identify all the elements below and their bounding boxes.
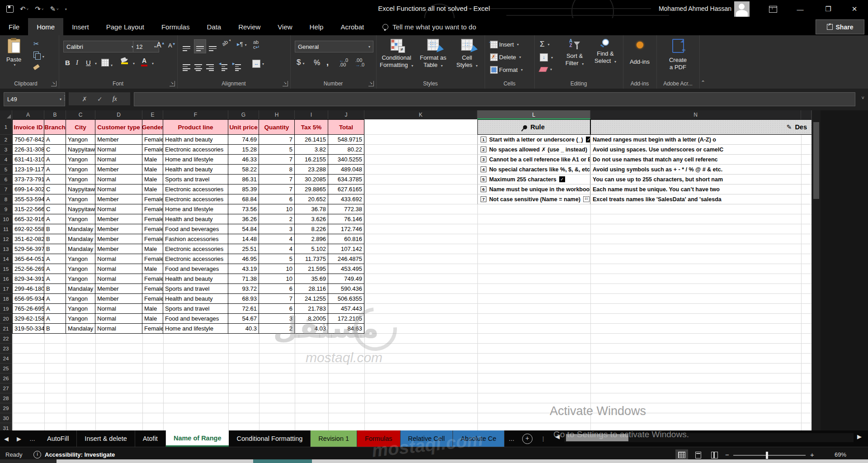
insert-function-button[interactable]: fx: [113, 95, 117, 103]
cell-B7[interactable]: C: [44, 184, 66, 194]
decrease-indent-button[interactable]: ◂: [219, 60, 227, 71]
column-header-B[interactable]: B: [44, 110, 66, 119]
ribbon-tab-review[interactable]: Review: [230, 18, 269, 35]
text-direction-button[interactable]: ▸¶▾: [237, 41, 247, 47]
addins-button[interactable]: Add-ins: [623, 42, 656, 66]
row-header-21[interactable]: 21: [0, 324, 12, 334]
sheet-tab-relative-cell[interactable]: Relative Cell: [401, 430, 453, 447]
cell-G17[interactable]: 93.72: [228, 284, 259, 294]
cell-J3[interactable]: 80.22: [328, 145, 364, 155]
cell-D10[interactable]: Member: [95, 214, 142, 224]
close-button[interactable]: ✕: [844, 0, 864, 18]
cell-G4[interactable]: 46.33: [228, 155, 259, 165]
font-name-select[interactable]: Calibri▾: [63, 41, 137, 52]
description-item-7[interactable]: Excel treats names like 'SalesData' and …: [590, 194, 809, 204]
share-button[interactable]: Share: [816, 19, 864, 34]
cell-A3[interactable]: 226-31-3081: [12, 145, 44, 155]
row-header-16[interactable]: 16: [0, 274, 12, 284]
cell-E6[interactable]: Male: [142, 175, 163, 184]
cell-J17[interactable]: 590.436: [328, 284, 364, 294]
cell-B21[interactable]: B: [44, 324, 66, 334]
ribbon-tab-file[interactable]: File: [0, 18, 28, 35]
cell-C21[interactable]: Mandalay: [66, 324, 95, 334]
cell-A12[interactable]: 351-62-0822: [12, 234, 44, 244]
cell-E7[interactable]: Male: [142, 184, 163, 194]
fill-color-button[interactable]: [121, 58, 128, 64]
cell-D4[interactable]: Normal: [95, 155, 142, 165]
cell-J6[interactable]: 634.3785: [328, 175, 364, 184]
cell-D13[interactable]: Member: [95, 244, 142, 254]
row-header-17[interactable]: 17: [0, 284, 12, 294]
save-button[interactable]: [6, 5, 14, 13]
cell-E11[interactable]: Female: [142, 224, 163, 234]
cell-C15[interactable]: Yangon: [66, 264, 95, 274]
cell-E20[interactable]: Male: [142, 314, 163, 324]
cell-F13[interactable]: Electronic accessories: [163, 244, 228, 254]
copy-button[interactable]: ▾: [33, 52, 44, 59]
avatar[interactable]: [734, 1, 750, 17]
cell-B2[interactable]: A: [44, 135, 66, 145]
ribbon-tab-insert[interactable]: Insert: [63, 18, 98, 35]
table-header-tax-5-[interactable]: Tax 5%: [295, 119, 328, 135]
cell-I3[interactable]: 3.82: [295, 145, 328, 155]
cell-A2[interactable]: 750-67-8428: [12, 135, 44, 145]
percent-style-button[interactable]: %: [314, 59, 320, 67]
cell-E12[interactable]: Female: [142, 234, 163, 244]
cell-H3[interactable]: 5: [259, 145, 295, 155]
rule-item-5[interactable]: 5Maximum 255 characters✓: [477, 175, 590, 184]
sheet-tab-autofill[interactable]: AutoFill: [39, 430, 77, 447]
clear-button[interactable]: ▾: [540, 67, 552, 72]
cell-A8[interactable]: 355-53-5943: [12, 194, 44, 204]
row-header-30[interactable]: 30: [0, 413, 12, 423]
cell-D16[interactable]: Normal: [95, 274, 142, 284]
description-item-1[interactable]: Named ranges must begin with a letter (A…: [590, 135, 809, 145]
cell-J7[interactable]: 627.6165: [328, 184, 364, 194]
cell-A11[interactable]: 692-92-5582: [12, 224, 44, 234]
ribbon-display-options-button[interactable]: [763, 0, 783, 18]
cell-G3[interactable]: 15.28: [228, 145, 259, 155]
cell-A10[interactable]: 665-32-9167: [12, 214, 44, 224]
sheet-tab-conditional-formatting[interactable]: Conditional Formatting: [229, 430, 311, 447]
column-header-A[interactable]: A: [12, 110, 44, 119]
cell-G11[interactable]: 54.84: [228, 224, 259, 234]
grow-font-button[interactable]: A▲: [156, 41, 165, 49]
cell-D7[interactable]: Normal: [95, 184, 142, 194]
cell-H2[interactable]: 7: [259, 135, 295, 145]
cell-B14[interactable]: A: [44, 254, 66, 264]
cell-D11[interactable]: Member: [95, 224, 142, 234]
autosum-button[interactable]: Σ▾: [540, 40, 550, 49]
cell-H18[interactable]: 7: [259, 294, 295, 304]
column-header-D[interactable]: D: [95, 110, 142, 119]
cell-A15[interactable]: 252-56-2699: [12, 264, 44, 274]
cell-A7[interactable]: 699-14-3026: [12, 184, 44, 194]
cell-I11[interactable]: 8.226: [295, 224, 328, 234]
sheet-tab-formulas[interactable]: Formulas: [357, 430, 400, 447]
find-select-button[interactable]: Find &Select ▾: [590, 39, 620, 66]
cell-B4[interactable]: A: [44, 155, 66, 165]
cell-C3[interactable]: Naypyitaw: [66, 145, 95, 155]
row-header-24[interactable]: 24: [0, 354, 12, 364]
cell-E3[interactable]: Female: [142, 145, 163, 155]
hscroll-left-arrow[interactable]: ◀: [555, 433, 560, 440]
cell-B12[interactable]: B: [44, 234, 66, 244]
number-dialog-launcher[interactable]: ↘: [368, 81, 374, 86]
accessibility-status[interactable]: i Accessibility: Investigate: [33, 451, 115, 458]
page-break-view-button[interactable]: [708, 449, 721, 460]
redo-button[interactable]: ↷˅: [35, 5, 43, 13]
cell-A21[interactable]: 319-50-3348: [12, 324, 44, 334]
cell-H17[interactable]: 6: [259, 284, 295, 294]
column-header-H[interactable]: H: [259, 110, 295, 119]
row-header-28[interactable]: 28: [0, 393, 12, 403]
row-header-5[interactable]: 5: [0, 165, 12, 175]
cell-B11[interactable]: B: [44, 224, 66, 234]
align-middle-button[interactable]: [194, 40, 206, 53]
cell-G15[interactable]: 43.19: [228, 264, 259, 274]
format-painter-button[interactable]: [33, 63, 39, 70]
table-header-total[interactable]: Total: [328, 119, 364, 135]
table-header-unit-price[interactable]: Unit price: [228, 119, 259, 135]
cell-A17[interactable]: 299-46-1805: [12, 284, 44, 294]
cell-D3[interactable]: Normal: [95, 145, 142, 155]
cell-B5[interactable]: A: [44, 165, 66, 175]
sheet-nav-left[interactable]: ◀: [0, 430, 13, 447]
row-header-8[interactable]: 8: [0, 194, 12, 204]
